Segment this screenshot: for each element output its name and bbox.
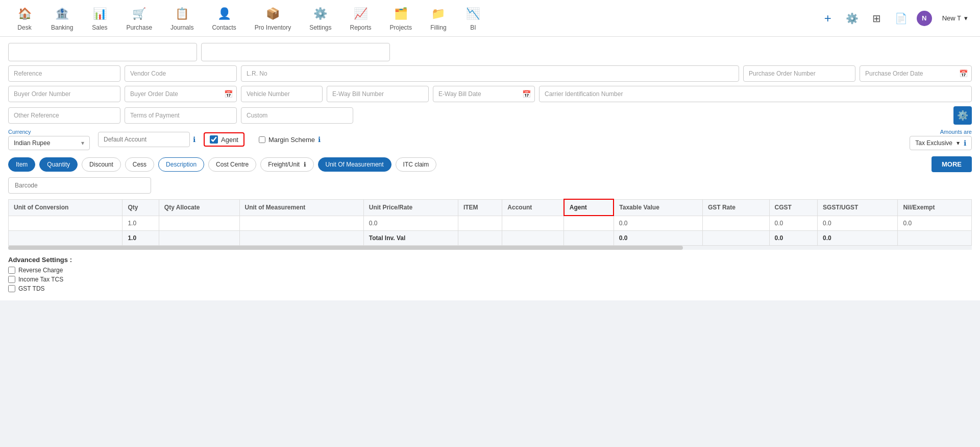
amounts-are-label: Amounts are bbox=[940, 129, 972, 135]
pro-inventory-icon: 📦 bbox=[264, 6, 281, 22]
nav-item-desk[interactable]: 🏠 Desk bbox=[8, 2, 41, 35]
document-button[interactable]: 📄 bbox=[892, 9, 911, 28]
nav-item-contacts[interactable]: 👤 Contacts bbox=[204, 2, 244, 35]
vehicle-number-field bbox=[241, 86, 323, 102]
buyer-calendar-icon[interactable]: 📅 bbox=[224, 90, 233, 98]
table-row[interactable]: 1.0 0.0 0.0 0.0 0.0 0.0 bbox=[9, 216, 972, 230]
advanced-settings-title: Advanced Settings : bbox=[8, 256, 972, 264]
purchase-icon: 🛒 bbox=[131, 6, 148, 22]
margin-scheme-label: Margin Scheme bbox=[268, 136, 315, 144]
purchase-order-date-input[interactable] bbox=[860, 65, 972, 82]
barcode-input[interactable] bbox=[8, 177, 151, 194]
col-btn-quantity[interactable]: Quantity bbox=[39, 157, 78, 172]
agent-checkbox[interactable] bbox=[210, 135, 218, 144]
info-icon[interactable]: ℹ bbox=[193, 135, 195, 144]
nav-item-pro-inventory[interactable]: 📦 Pro Inventory bbox=[247, 2, 299, 35]
grid-button[interactable]: ⊞ bbox=[868, 9, 886, 28]
nav-item-settings[interactable]: ⚙️ Settings bbox=[301, 2, 339, 35]
currency-dropdown[interactable]: Indian Rupee ▾ bbox=[8, 136, 90, 150]
buyer-order-date-input[interactable] bbox=[125, 86, 237, 102]
currency-field: Currency Indian Rupee ▾ bbox=[8, 129, 90, 150]
data-table: Unit of Conversion Qty Qty Allocate Unit… bbox=[8, 199, 972, 246]
amounts-are-dropdown[interactable]: Tax Exclusive ▾ ℹ bbox=[910, 136, 972, 150]
reverse-charge-label: Reverse Charge bbox=[18, 267, 63, 274]
partial-field-2[interactable] bbox=[201, 43, 390, 61]
margin-scheme-checkbox[interactable] bbox=[259, 136, 265, 143]
amounts-info-icon[interactable]: ℹ bbox=[964, 139, 966, 147]
nav-item-bi[interactable]: 📉 BI bbox=[457, 2, 489, 35]
banking-icon: 🏦 bbox=[54, 6, 70, 22]
col-header-sgst-ugst: SGST/UGST bbox=[818, 199, 898, 216]
nav-item-journals[interactable]: 📋 Journals bbox=[162, 2, 202, 35]
total-inv-val: Total Inv. Val bbox=[363, 230, 458, 245]
cell-cgst: 0.0 bbox=[769, 216, 818, 230]
gear-button[interactable]: ⚙️ bbox=[843, 9, 862, 28]
col-btn-cess[interactable]: Cess bbox=[125, 157, 154, 172]
total-row: 1.0 Total Inv. Val 0.0 0.0 0.0 bbox=[9, 230, 972, 245]
margin-info-icon[interactable]: ℹ bbox=[318, 135, 321, 144]
nav-item-filling[interactable]: 📁 Filling bbox=[422, 2, 455, 35]
eway-calendar-icon[interactable]: 📅 bbox=[522, 90, 531, 98]
form-row-2: 📅 📅 bbox=[8, 86, 972, 102]
user-menu[interactable]: New T ▾ bbox=[938, 12, 972, 24]
partial-field-1[interactable] bbox=[8, 43, 197, 61]
amounts-are-value: Tax Exclusive bbox=[915, 139, 952, 147]
margin-scheme-wrap: Margin Scheme ℹ bbox=[259, 135, 321, 144]
col-btn-cost-centre[interactable]: Cost Centre bbox=[208, 157, 256, 172]
scroll-thumb[interactable] bbox=[8, 246, 683, 250]
col-btn-freight-unit[interactable]: Freight/Unit ℹ bbox=[260, 157, 313, 172]
table-header-row: Unit of Conversion Qty Qty Allocate Unit… bbox=[9, 199, 972, 216]
user-dropdown-icon: ▾ bbox=[964, 14, 968, 22]
chevron-down-icon: ▾ bbox=[81, 139, 84, 147]
calendar-icon[interactable]: 📅 bbox=[959, 69, 968, 78]
col-header-gst-rate: GST Rate bbox=[702, 199, 769, 216]
col-header-cgst: CGST bbox=[769, 199, 818, 216]
lr-no-input[interactable] bbox=[241, 65, 739, 82]
income-tax-tcs-checkbox[interactable] bbox=[8, 276, 15, 283]
reference-field bbox=[8, 65, 120, 82]
col-btn-discount[interactable]: Discount bbox=[82, 157, 121, 172]
add-button[interactable]: + bbox=[819, 9, 837, 28]
total-taxable-value: 0.0 bbox=[614, 230, 702, 245]
vendor-code-field bbox=[125, 65, 237, 82]
eway-bill-date-input[interactable] bbox=[433, 86, 535, 102]
settings-gear-button[interactable]: ⚙️ bbox=[953, 106, 972, 125]
cell-unit-price-rate: 0.0 bbox=[363, 216, 458, 230]
agent-checkbox-wrap: Agent bbox=[204, 132, 244, 147]
carrier-identification-input[interactable] bbox=[539, 86, 972, 102]
nav-label-journals: Journals bbox=[170, 24, 193, 31]
buyer-order-number-input[interactable] bbox=[8, 86, 120, 102]
terms-of-payment-input[interactable] bbox=[125, 107, 237, 124]
custom-input[interactable] bbox=[241, 107, 353, 124]
nav-item-purchase[interactable]: 🛒 Purchase bbox=[118, 2, 160, 35]
col-btn-unit-of-measurement[interactable]: Unit Of Measurement bbox=[318, 157, 391, 172]
vehicle-number-input[interactable] bbox=[241, 86, 323, 102]
nav-item-projects[interactable]: 🗂️ Projects bbox=[382, 2, 420, 35]
nav-item-sales[interactable]: 📊 Sales bbox=[83, 2, 116, 35]
top-navigation: 🏠 Desk 🏦 Banking 📊 Sales 🛒 Purchase 📋 Jo… bbox=[0, 0, 980, 37]
col-btn-item[interactable]: Item bbox=[8, 157, 35, 172]
cell-gst-rate bbox=[702, 216, 769, 230]
nav-label-banking: Banking bbox=[51, 24, 73, 31]
reference-input[interactable] bbox=[8, 65, 120, 82]
vendor-code-input[interactable] bbox=[125, 65, 237, 82]
cell-unit-of-conversion bbox=[9, 216, 122, 230]
other-reference-input[interactable] bbox=[8, 107, 120, 124]
nav-item-banking[interactable]: 🏦 Banking bbox=[43, 2, 81, 35]
eway-bill-date-field: 📅 bbox=[433, 86, 535, 102]
nav-label-settings: Settings bbox=[309, 24, 331, 31]
nav-item-reports[interactable]: 📈 Reports bbox=[342, 2, 380, 35]
reverse-charge-checkbox[interactable] bbox=[8, 267, 15, 274]
col-btn-itc-claim[interactable]: ITC claim bbox=[396, 157, 437, 172]
purchase-order-number-input[interactable] bbox=[743, 65, 855, 82]
horizontal-scrollbar[interactable] bbox=[8, 246, 972, 250]
amounts-are-wrap: Amounts are Tax Exclusive ▾ ℹ bbox=[910, 129, 972, 150]
gst-tds-checkbox[interactable] bbox=[8, 285, 15, 292]
col-btn-description[interactable]: Description bbox=[158, 157, 204, 172]
more-button[interactable]: MORE bbox=[932, 156, 972, 172]
top-partial-row bbox=[8, 43, 972, 61]
total-cell-6 bbox=[458, 230, 502, 245]
eway-bill-number-input[interactable] bbox=[327, 86, 429, 102]
col-header-taxable-value: Taxable Value bbox=[614, 199, 702, 216]
default-account-input[interactable] bbox=[98, 132, 190, 147]
